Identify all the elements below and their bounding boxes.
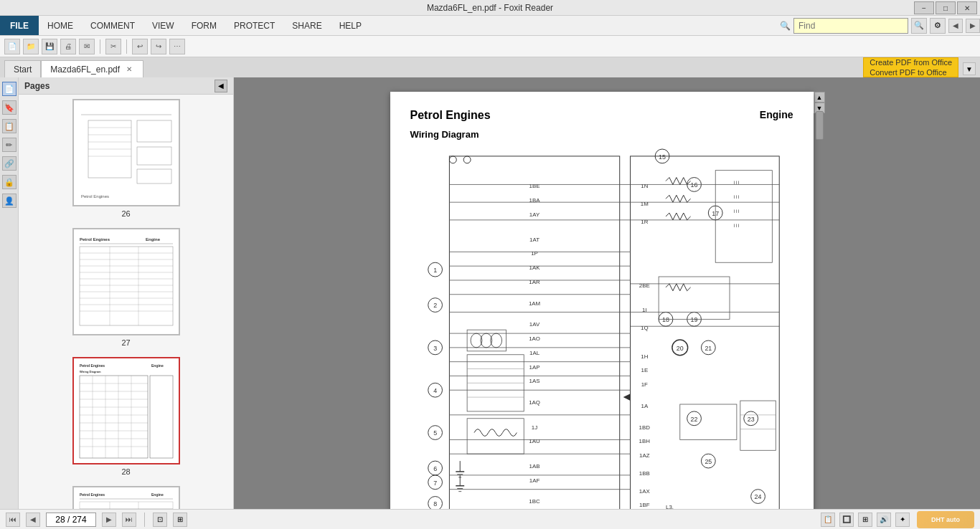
svg-text:2BE: 2BE <box>639 282 649 289</box>
svg-text:Engine: Engine <box>146 237 161 242</box>
bookmarks-tool[interactable]: 🔖 <box>2 100 17 115</box>
pages-tool[interactable]: 📄 <box>2 82 17 96</box>
share-menu[interactable]: SHARE <box>283 16 330 35</box>
svg-text:1AS: 1AS <box>529 378 540 384</box>
svg-text:8: 8 <box>433 500 437 507</box>
search-button[interactable]: 🔍 <box>911 18 927 34</box>
svg-text:1AY: 1AY <box>529 211 540 218</box>
svg-text:Petrol Engines: Petrol Engines <box>80 363 105 368</box>
signatures-tool[interactable]: 👤 <box>2 194 17 208</box>
new-button[interactable]: 📄 <box>4 39 20 54</box>
pdf-page-title-left: Petrol Engines <box>410 109 491 122</box>
svg-text:5: 5 <box>433 430 437 437</box>
pdf-wiring-label: Wiring Diagram <box>410 129 793 140</box>
thumb-img-26[interactable]: Petrol Engines <box>72 99 180 206</box>
sidebar-header: Pages ◀ <box>19 77 233 95</box>
svg-text:1BA: 1BA <box>529 197 540 204</box>
scroll-up-button[interactable]: ▲ <box>814 92 825 103</box>
menu-bar: FILE HOME COMMENT VIEW FORM PROTECT SHAR… <box>0 16 980 36</box>
security-tool[interactable]: 🔒 <box>2 175 17 189</box>
sidebar-title: Pages <box>24 81 50 91</box>
file-menu[interactable]: FILE <box>0 16 39 35</box>
svg-text:⌇⌇⌇: ⌇⌇⌇ <box>732 195 739 199</box>
svg-text:1AF: 1AF <box>529 477 540 484</box>
status-icon-5[interactable]: ✦ <box>895 513 910 527</box>
close-button[interactable]: ✕ <box>957 1 977 14</box>
prev-page-button[interactable]: ◀ <box>26 513 40 527</box>
search-forward-button[interactable]: ▶ <box>966 19 980 33</box>
save-button[interactable]: 💾 <box>42 39 57 54</box>
scroll-thumb[interactable] <box>816 111 824 140</box>
svg-text:1AU: 1AU <box>529 438 540 444</box>
svg-text:7: 7 <box>433 480 437 487</box>
search-back-button[interactable]: ◀ <box>948 19 963 33</box>
page-num-27: 27 <box>121 338 130 347</box>
svg-text:Petrol Engines: Petrol Engines <box>81 194 109 199</box>
print-button[interactable]: 🖨 <box>60 39 76 54</box>
promo-text: Create PDF from OfficeConvert PDF to Off… <box>870 57 952 78</box>
page-thumb-27[interactable]: Petrol Engines Engine <box>72 228 180 347</box>
sidebar-collapse-button[interactable]: ◀ <box>215 80 227 92</box>
right-scrollbar[interactable]: ▲ ▼ <box>814 92 824 113</box>
svg-text:1: 1 <box>433 267 437 274</box>
layers-tool[interactable]: 📋 <box>2 119 17 133</box>
svg-text:1BD: 1BD <box>639 424 650 431</box>
thumb-img-28[interactable]: Petrol Engines Engine Wiring Diagram <box>72 357 180 464</box>
title-bar: Mazda6FL_en.pdf - Foxit Reader − □ ✕ <box>0 0 980 16</box>
form-menu[interactable]: FORM <box>183 16 225 35</box>
redo-button[interactable]: ↪ <box>151 39 166 54</box>
page-thumb-26[interactable]: Petrol Engines 26 <box>72 99 180 218</box>
comments-tool[interactable]: ✏ <box>2 138 17 152</box>
email-button[interactable]: ✉ <box>79 39 95 54</box>
thumb-img-29[interactable]: Petrol Engines Engine <box>72 486 180 509</box>
minimize-button[interactable]: − <box>914 1 934 14</box>
svg-rect-48 <box>74 487 179 509</box>
search-input[interactable] <box>793 18 908 34</box>
tab-start[interactable]: Start <box>4 60 41 77</box>
tab-dropdown-button[interactable]: ▼ <box>963 62 976 75</box>
status-icon-2[interactable]: 🔲 <box>839 513 854 527</box>
svg-rect-0 <box>74 100 179 205</box>
first-page-button[interactable]: ⏮ <box>6 513 20 527</box>
page-input[interactable] <box>46 513 96 527</box>
svg-text:L3.: L3. <box>666 504 674 509</box>
search-icon: 🔍 <box>780 21 791 31</box>
view-menu[interactable]: VIEW <box>143 16 183 35</box>
svg-rect-12 <box>74 229 179 334</box>
page-thumb-28[interactable]: Petrol Engines Engine Wiring Diagram <box>72 357 180 476</box>
svg-text:1AR: 1AR <box>529 279 540 285</box>
view-mode-button[interactable]: ⊞ <box>173 513 187 527</box>
restore-button[interactable]: □ <box>936 1 956 14</box>
open-button[interactable]: 📁 <box>23 39 39 54</box>
tab-pdf[interactable]: Mazda6FL_en.pdf ✕ <box>41 60 143 77</box>
comment-menu[interactable]: COMMENT <box>82 16 143 35</box>
more-button[interactable]: ⋯ <box>169 39 185 54</box>
svg-text:⌇⌇⌇: ⌇⌇⌇ <box>732 181 739 185</box>
next-page-button[interactable]: ▶ <box>102 513 116 527</box>
home-menu[interactable]: HOME <box>39 16 82 35</box>
links-tool[interactable]: 🔗 <box>2 156 17 171</box>
pdf-viewer[interactable]: Petrol Engines Engine Wiring Diagram 1 2 <box>234 77 980 509</box>
tab-close-button[interactable]: ✕ <box>124 65 134 75</box>
settings-button[interactable]: ⚙ <box>930 18 946 34</box>
svg-text:Petrol Engines: Petrol Engines <box>80 237 110 242</box>
undo-button[interactable]: ↩ <box>132 39 148 54</box>
last-page-button[interactable]: ⏭ <box>122 513 136 527</box>
svg-text:1BH: 1BH <box>639 438 650 444</box>
sidebar: Pages ◀ <box>19 77 234 509</box>
svg-text:1H: 1H <box>641 353 648 360</box>
tools-button[interactable]: ✂ <box>105 39 121 54</box>
svg-rect-63 <box>410 149 793 509</box>
thumb-img-27[interactable]: Petrol Engines Engine <box>72 228 180 335</box>
status-icon-3[interactable]: ⊞ <box>858 513 872 527</box>
svg-text:1AM: 1AM <box>528 300 540 307</box>
status-icon-1[interactable]: 📋 <box>821 513 835 527</box>
svg-text:1BC: 1BC <box>529 498 540 505</box>
page-thumb-29[interactable]: Petrol Engines Engine <box>72 486 180 509</box>
fit-page-button[interactable]: ⊡ <box>153 513 167 527</box>
svg-text:1Q: 1Q <box>641 325 649 331</box>
help-menu[interactable]: HELP <box>331 16 370 35</box>
status-icon-4[interactable]: 🔊 <box>877 513 891 527</box>
svg-text:Engine: Engine <box>151 363 164 368</box>
protect-menu[interactable]: PROTECT <box>225 16 283 35</box>
